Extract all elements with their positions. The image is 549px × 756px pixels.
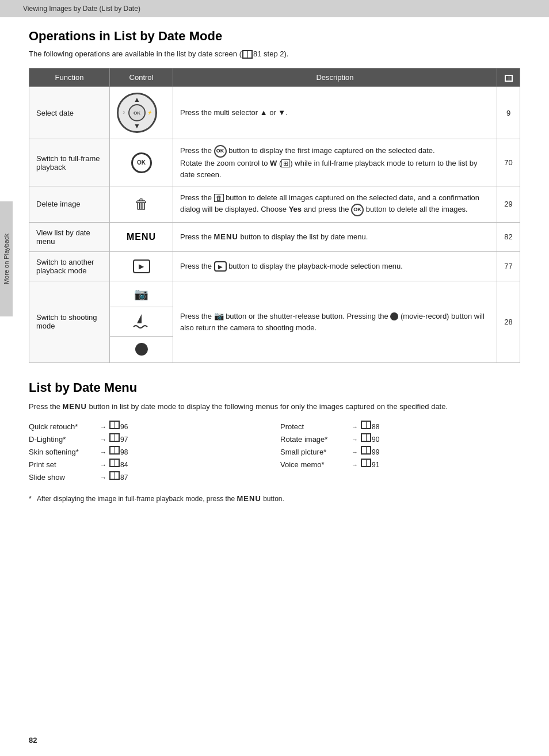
desc-shooting-mode: Press the 📷 button or the shutter-releas… [173,281,497,362]
section2-title: List by Date Menu [29,380,520,395]
desc-playback-mode: Press the ▶ button to display the playba… [173,251,497,281]
th-function: Function [29,68,110,87]
page-number: 82 [29,736,37,744]
movie-record-icon [135,343,148,356]
section2: List by Date Menu Press the MENU button … [29,380,520,506]
menu-inline-icon: MENU [214,232,238,241]
pg-shooting-mode: 28 [497,281,520,362]
fn-delete: Delete image [29,186,110,223]
th-description: Description [173,68,497,87]
menu-s2-icon: MENU [63,402,87,411]
list-item: Protect → 88 [280,421,520,431]
play-button-icon: ▶ [133,259,150,273]
book-ref-icon [361,433,371,442]
operations-table: Function Control Description Select date [29,68,520,363]
section1-title: Operations in List by Date Mode [29,29,520,44]
book-ref-icon [109,433,120,442]
ok-button-icon: OK [131,152,152,173]
pg-view-menu: 82 [497,222,520,251]
ctrl-delete: 🗑 [110,186,173,223]
trash-icon: 🗑 [135,196,148,212]
side-tab-label: More on Playback [3,234,10,284]
ctrl-playback-mode: ▶ [110,251,173,281]
book-ref-icon [361,459,371,467]
list-item: Slide show → 87 [29,471,269,482]
ms-ok-inner: OK [128,104,146,121]
ctrl-select-date: ▲ ▼ ☽ ⚡ OK [110,87,173,139]
book-ref-icon [361,421,371,429]
camera-inline-icon: 📷 [214,311,224,320]
menu-button-icon: MENU [127,232,156,242]
th-page [497,68,520,87]
pg-select-date: 9 [497,87,520,139]
camera-icon: 📷 [134,287,148,301]
menu-footnote-icon: MENU [237,494,261,503]
list-item: Quick retouch* → 96 [29,421,269,431]
shutter-release-icon [130,313,153,330]
list-item: Print set → 84 [29,459,269,469]
ms-arrow-up: ▲ [134,96,140,104]
main-content: Operations in List by Date Mode The foll… [0,17,549,522]
pg-playback-mode: 77 [497,251,520,281]
th-control: Control [110,68,173,87]
ms-arrow-down: ▼ [134,122,140,130]
table-row: Switch to another playback mode ▶ Press … [29,251,520,281]
list-item: Rotate image* → 90 [280,433,520,444]
table-row: View list by date menu MENU Press the ME… [29,222,520,251]
section1: Operations in List by Date Mode The foll… [29,29,520,363]
table-row: Delete image 🗑 Press the 🗑 button to del… [29,186,520,223]
menu-right-col: Protect → 88 Rotate image* → 90 Small pi… [280,421,520,484]
menu-list-container: Quick retouch* → 96 D-Lighting* → 97 Ski… [29,421,520,484]
play-inline-icon: ▶ [214,261,227,272]
table-row: Switch to full-frame playback OK Press t… [29,139,520,186]
ctrl-view-menu: MENU [110,222,173,251]
desc-delete: Press the 🗑 button to delete all images … [173,186,497,223]
shutter-release-row [110,307,173,337]
book-ref-icon [242,50,253,59]
ok-inline2-icon: OK [351,204,364,216]
book-ref-icon [109,471,120,480]
section2-intro: Press the MENU button in list by date mo… [29,401,520,413]
side-tab: More on Playback [0,201,13,316]
ms-small-left: ☽ [121,110,125,115]
pg-fullframe: 70 [497,139,520,186]
fn-view-menu: View list by date menu [29,222,110,251]
book-ref-icon [361,446,371,455]
list-item: Small picture* → 99 [280,446,520,456]
camera-button-row: 📷 [110,281,173,307]
shooting-ctrl-container: 📷 [110,281,173,362]
fn-shooting-mode: Switch to shooting mode [29,281,110,362]
book-ref-icon [109,459,120,467]
page-container: More on Playback Viewing Images by Date … [0,0,549,756]
multi-selector-icon: ▲ ▼ ☽ ⚡ OK [117,93,157,133]
fn-fullframe: Switch to full-frame playback [29,139,110,186]
section1-intro: The following operations are available i… [29,49,520,59]
ok-inline-icon: OK [214,145,227,158]
table-row: Select date ▲ ▼ ☽ ⚡ OK [29,87,520,139]
list-item: D-Lighting* → 97 [29,433,269,444]
fn-playback-mode: Switch to another playback mode [29,251,110,281]
svg-marker-0 [137,314,142,323]
book-ref-icon [109,446,120,455]
pg-delete: 29 [497,186,520,223]
header-text: Viewing Images by Date (List by Date) [23,5,140,13]
ctrl-fullframe: OK [110,139,173,186]
book-ref-icon [109,421,120,429]
movie-record-row [110,337,173,362]
desc-select-date: Press the multi selector ▲ or ▼. [173,87,497,139]
th-book-icon [505,75,513,82]
list-item: Skin softening* → 98 [29,446,269,456]
list-item: Voice memo* → 91 [280,459,520,469]
ctrl-shooting-mode: 📷 [110,281,173,362]
ms-small-right: ⚡ [147,110,152,115]
header-bar: Viewing Images by Date (List by Date) [0,0,549,17]
footnote: * After displaying the image in full-fra… [29,493,520,505]
table-row: Switch to shooting mode 📷 [29,281,520,362]
fn-select-date: Select date [29,87,110,139]
movie-record-inline-icon [390,312,398,320]
desc-view-menu: Press the MENU button to display the lis… [173,222,497,251]
desc-fullframe: Press the OK button to display the first… [173,139,497,186]
menu-left-col: Quick retouch* → 96 D-Lighting* → 97 Ski… [29,421,269,484]
